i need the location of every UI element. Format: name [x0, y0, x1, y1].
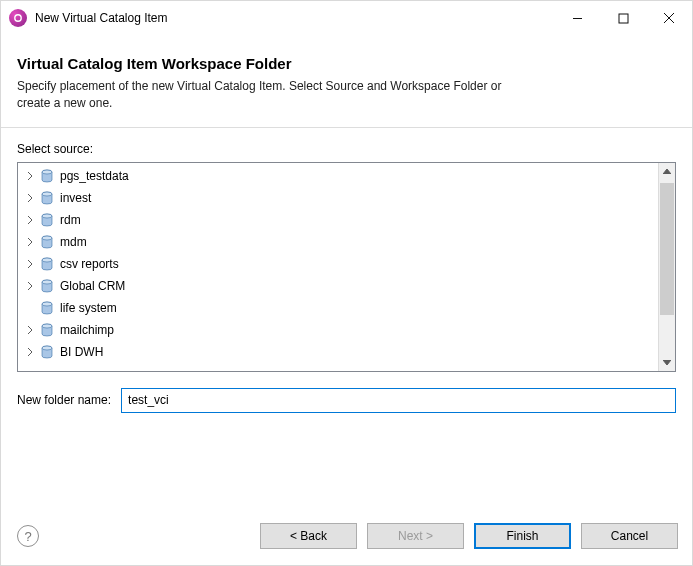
- tree-item-label: pgs_testdata: [60, 169, 129, 183]
- svg-point-0: [15, 15, 21, 21]
- tree-item[interactable]: invest: [18, 187, 658, 209]
- tree-item[interactable]: mdm: [18, 231, 658, 253]
- tree-item-label: mdm: [60, 235, 87, 249]
- close-button[interactable]: [646, 1, 692, 35]
- expand-arrow-icon[interactable]: [24, 280, 36, 292]
- database-icon: [40, 169, 54, 183]
- svg-point-10: [42, 214, 52, 218]
- tree-item[interactable]: BI DWH: [18, 341, 658, 363]
- app-icon: [9, 9, 27, 27]
- tree-item[interactable]: rdm: [18, 209, 658, 231]
- maximize-button[interactable]: [600, 1, 646, 35]
- window-title: New Virtual Catalog Item: [35, 11, 168, 25]
- database-icon: [40, 257, 54, 271]
- expand-arrow-icon[interactable]: [24, 346, 36, 358]
- cancel-button[interactable]: Cancel: [581, 523, 678, 549]
- folder-name-input[interactable]: [121, 388, 676, 413]
- svg-point-8: [42, 192, 52, 196]
- tree-item-label: mailchimp: [60, 323, 114, 337]
- tree-item[interactable]: pgs_testdata: [18, 165, 658, 187]
- page-description: Specify placement of the new Virtual Cat…: [17, 78, 537, 113]
- tree-item-label: rdm: [60, 213, 81, 227]
- database-icon: [40, 345, 54, 359]
- database-icon: [40, 235, 54, 249]
- database-icon: [40, 301, 54, 315]
- expand-arrow-icon[interactable]: [24, 170, 36, 182]
- svg-point-14: [42, 258, 52, 262]
- minimize-button[interactable]: [554, 1, 600, 35]
- expand-arrow-icon[interactable]: [24, 324, 36, 336]
- expand-arrow-icon[interactable]: [24, 192, 36, 204]
- page-heading: Virtual Catalog Item Workspace Folder: [17, 55, 676, 72]
- tree-scrollbar[interactable]: [658, 163, 675, 371]
- expand-arrow-icon[interactable]: [24, 214, 36, 226]
- folder-name-label: New folder name:: [17, 393, 111, 407]
- svg-point-20: [42, 324, 52, 328]
- scroll-down-icon[interactable]: [659, 354, 675, 371]
- database-icon: [40, 191, 54, 205]
- source-tree[interactable]: pgs_testdatainvestrdmmdmcsv reportsGloba…: [17, 162, 676, 372]
- database-icon: [40, 213, 54, 227]
- wizard-header: Virtual Catalog Item Workspace Folder Sp…: [1, 35, 692, 128]
- source-label: Select source:: [17, 142, 676, 156]
- tree-item[interactable]: mailchimp: [18, 319, 658, 341]
- database-icon: [40, 279, 54, 293]
- expand-arrow-icon[interactable]: [24, 236, 36, 248]
- back-button[interactable]: < Back: [260, 523, 357, 549]
- tree-item-label: Global CRM: [60, 279, 125, 293]
- tree-item-label: life system: [60, 301, 117, 315]
- tree-item[interactable]: Global CRM: [18, 275, 658, 297]
- scroll-up-icon[interactable]: [659, 163, 675, 180]
- next-button: Next >: [367, 523, 464, 549]
- svg-point-22: [42, 346, 52, 350]
- expand-arrow-icon[interactable]: [24, 258, 36, 270]
- finish-button[interactable]: Finish: [474, 523, 571, 549]
- tree-item-label: invest: [60, 191, 91, 205]
- tree-item-label: csv reports: [60, 257, 119, 271]
- title-bar: New Virtual Catalog Item: [1, 1, 692, 35]
- tree-item[interactable]: life system: [18, 297, 658, 319]
- expand-arrow-icon: [24, 302, 36, 314]
- tree-item[interactable]: csv reports: [18, 253, 658, 275]
- svg-rect-2: [619, 14, 628, 23]
- scroll-thumb[interactable]: [660, 183, 674, 315]
- tree-item-label: BI DWH: [60, 345, 103, 359]
- svg-point-16: [42, 280, 52, 284]
- database-icon: [40, 323, 54, 337]
- svg-point-6: [42, 170, 52, 174]
- help-button[interactable]: ?: [17, 525, 39, 547]
- svg-point-18: [42, 302, 52, 306]
- svg-point-12: [42, 236, 52, 240]
